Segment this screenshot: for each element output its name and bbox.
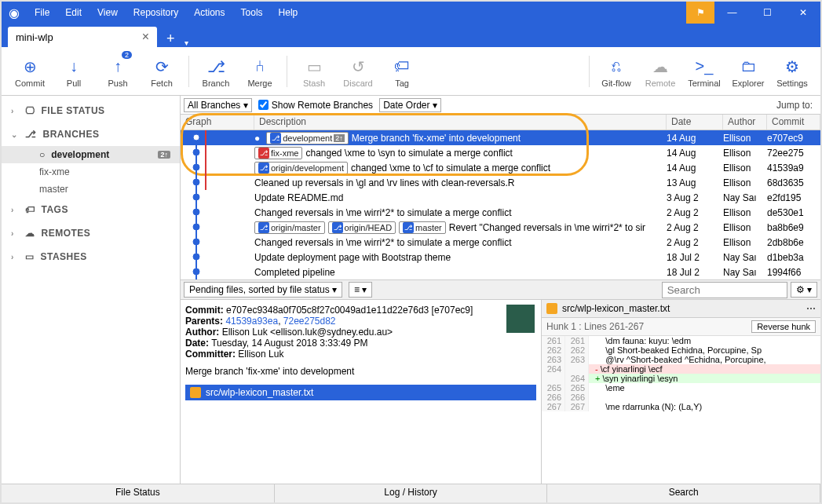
push-button[interactable]: ↑Push2 <box>96 48 140 95</box>
bottom-tab-file-status[interactable]: File Status <box>2 484 275 502</box>
svg-point-23 <box>193 268 199 275</box>
stash-icon: ▭ <box>307 55 322 79</box>
new-tab-button[interactable]: + <box>157 31 184 47</box>
commit-row[interactable]: ⎇origin/development changed \xme to \cf … <box>181 160 820 175</box>
bottom-tab-log---history[interactable]: Log / History <box>275 484 548 502</box>
branch-chip[interactable]: ⎇origin/HEAD <box>328 221 396 234</box>
show-remote-checkbox[interactable]: Show Remote Branches <box>258 100 373 111</box>
col-graph[interactable]: Graph <box>181 115 254 130</box>
flag-button[interactable]: ⚑ <box>686 2 714 24</box>
branch-button[interactable]: ⎇Branch <box>194 48 238 95</box>
diff-line[interactable]: 263263 @\rv ^Short-beaked ^Echidna, Porc… <box>542 355 820 364</box>
search-input[interactable] <box>662 282 787 298</box>
section-tags[interactable]: ›🏷TAGS <box>2 198 180 221</box>
svg-point-17 <box>193 224 199 230</box>
branch-chip[interactable]: ⎇origin/master <box>254 221 325 234</box>
remote-button[interactable]: ☁Remote <box>638 48 682 95</box>
commit-row[interactable]: ●⎇development 2↑ Merge branch 'fix-xme' … <box>181 130 820 145</box>
parent-link[interactable]: 72ee275d82 <box>283 316 336 327</box>
section-file-status[interactable]: ›🖵FILE STATUS <box>2 99 180 122</box>
col-description[interactable]: Description <box>254 115 667 130</box>
col-date[interactable]: Date <box>667 115 723 130</box>
file-modified-icon <box>190 387 201 398</box>
tab-close-icon[interactable]: × <box>142 30 149 44</box>
jump-to-label[interactable]: Jump to: <box>776 100 817 111</box>
branch-chip[interactable]: ⎇master <box>399 221 446 234</box>
settings-gear-icon[interactable]: ⚙ ▾ <box>791 282 817 298</box>
explorer-button[interactable]: 🗀Explorer <box>726 48 770 95</box>
branch-chip[interactable]: ⎇development 2↑ <box>266 132 349 144</box>
branch-fix-xme[interactable]: fix-xme <box>2 163 180 181</box>
commit-row[interactable]: Cleaned up reversals in \gl and \rv line… <box>181 175 820 190</box>
diff-line[interactable]: 264+ \syn yinarlingi \esyn <box>542 374 820 383</box>
section-icon: ⎇ <box>25 129 37 140</box>
bottom-tab-search[interactable]: Search <box>547 484 820 502</box>
branch-chip[interactable]: ⎇origin/development <box>254 162 348 174</box>
section-icon: ☁ <box>25 228 35 239</box>
commit-row[interactable]: Completed pipeline18 Jul 2Nay Saı1994f66 <box>181 265 820 279</box>
menu-file[interactable]: File <box>27 7 57 18</box>
menu-repository[interactable]: Repository <box>126 7 186 18</box>
menu-actions[interactable]: Actions <box>186 7 232 18</box>
branch-development[interactable]: ○development2↑ <box>2 146 180 163</box>
svg-point-21 <box>193 254 199 260</box>
diff-line[interactable]: 262262 \gl Short-beaked Echidna, Porcupi… <box>542 345 820 355</box>
pull-button[interactable]: ↓Pull <box>52 48 96 95</box>
section-stashes[interactable]: ›▭STASHES <box>2 245 180 268</box>
section-branches[interactable]: ⌄⎇BRANCHES <box>2 122 180 146</box>
reverse-hunk-button[interactable]: Reverse hunk <box>751 320 816 333</box>
push-icon: ↑ <box>114 55 122 79</box>
menu-help[interactable]: Help <box>271 7 306 18</box>
diff-menu-icon[interactable]: ⋯ <box>806 303 816 314</box>
tab-label: mini-wlp <box>16 31 53 43</box>
branch-filter-select[interactable]: All Branches ▾ <box>184 98 252 112</box>
minimize-button[interactable]: — <box>714 2 750 24</box>
view-select[interactable]: ≡ ▾ <box>349 282 372 298</box>
tag-button[interactable]: 🏷Tag <box>380 48 424 95</box>
diff-line[interactable]: 265265 \eme <box>542 383 820 393</box>
parent-link[interactable]: 41539a93ea <box>225 316 278 327</box>
maximize-button[interactable]: ☐ <box>750 2 785 24</box>
commit-detail-pane: Commit: e707ec9348a0f705c8f27c0049ad1e11… <box>181 300 542 484</box>
changed-file-item[interactable]: src/wlp-lexicon_master.txt <box>185 385 536 400</box>
menu-tools[interactable]: Tools <box>233 7 271 18</box>
close-button[interactable]: ✕ <box>785 2 820 24</box>
commit-row[interactable]: Update README.md3 Aug 2Nay Saıe2fd195 <box>181 190 820 205</box>
col-commit[interactable]: Commit <box>767 115 820 130</box>
terminal-button[interactable]: >_Terminal <box>682 48 726 95</box>
section-remotes[interactable]: ›☁REMOTES <box>2 221 180 245</box>
commit-row[interactable]: ⎇fix-xme changed \xme to \syn to simulat… <box>181 145 820 160</box>
svg-point-8 <box>193 164 199 170</box>
diff-line[interactable]: 267267 \me rdarrunka (N): (La,Y) <box>542 402 820 411</box>
commit-button[interactable]: ⊕Commit <box>8 48 52 95</box>
hunk-label: Hunk 1 : Lines 261-267 <box>546 321 644 332</box>
sidebar: ›🖵FILE STATUS⌄⎇BRANCHES○development2↑fix… <box>2 96 181 484</box>
git-flow-button[interactable]: ⎌Git-flow <box>594 48 638 95</box>
merge-button[interactable]: ⑃Merge <box>238 48 282 95</box>
order-select[interactable]: Date Order ▾ <box>379 98 441 112</box>
svg-point-5 <box>193 149 199 155</box>
commit-row[interactable]: Changed reversals in \me wirri*2* to sim… <box>181 205 820 220</box>
repo-tab[interactable]: mini-wlp × <box>8 27 157 47</box>
menu-view[interactable]: View <box>90 7 126 18</box>
settings-button[interactable]: ⚙Settings <box>770 48 814 95</box>
col-author[interactable]: Author <box>723 115 767 130</box>
sort-select[interactable]: Pending files, sorted by file status ▾ <box>184 282 342 298</box>
stash-button[interactable]: ▭Stash <box>292 48 336 95</box>
commit-row[interactable]: Update deployment page with Bootstrap th… <box>181 250 820 265</box>
section-icon: ▭ <box>25 251 35 262</box>
discard-button[interactable]: ↺Discard <box>336 48 380 95</box>
commit-row[interactable]: Changed reversals in \me wirri*2* to sim… <box>181 235 820 250</box>
fetch-button[interactable]: ⟳Fetch <box>140 48 184 95</box>
section-icon: 🏷 <box>25 204 35 215</box>
diff-line[interactable]: 264- \cf yinarlingi \ecf <box>542 364 820 374</box>
tab-dropdown-icon[interactable]: ▾ <box>184 38 188 47</box>
app-logo: ◉ <box>2 5 27 20</box>
diff-line[interactable]: 266266 <box>542 393 820 402</box>
branch-master[interactable]: master <box>2 181 180 198</box>
tag-icon: 🏷 <box>394 55 410 79</box>
commit-row[interactable]: ⎇origin/master ⎇origin/HEAD ⎇master Reve… <box>181 220 820 235</box>
diff-line[interactable]: 261261 \dm fauna: kuyu: \edm <box>542 336 820 345</box>
branch-chip[interactable]: ⎇fix-xme <box>254 147 302 159</box>
menu-edit[interactable]: Edit <box>57 7 90 18</box>
